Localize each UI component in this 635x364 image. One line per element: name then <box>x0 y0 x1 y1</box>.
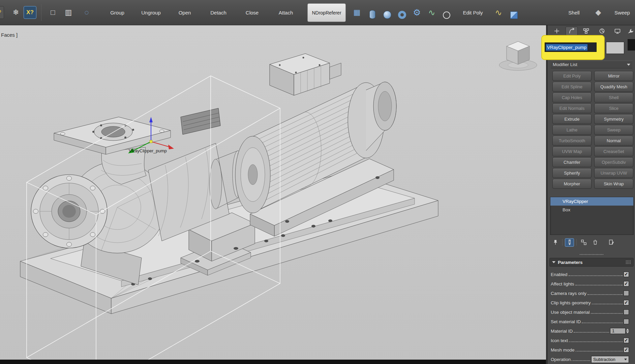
cube-icon[interactable] <box>508 9 520 22</box>
object-name-value: VRayClipper_pump <box>546 44 587 51</box>
cylinder-icon[interactable] <box>366 8 379 21</box>
modifier-button-shell[interactable]: Shell <box>594 93 633 102</box>
modifier-list-dropdown[interactable]: Modifier List <box>551 61 632 68</box>
modifier-button-chamfer[interactable]: Chamfer <box>552 157 592 167</box>
snowflake-icon[interactable]: ❄ <box>9 6 22 19</box>
modifier-button-cap-holes[interactable]: Cap Holes <box>552 93 592 102</box>
toolbar-button-attach[interactable]: Attach <box>269 10 303 16</box>
object-label-text: VRayClipper_pump <box>129 148 167 153</box>
paint-select-icon[interactable]: ◌ <box>80 6 93 19</box>
viewport-bottom-bar <box>0 360 546 364</box>
show-end-result-icon[interactable] <box>565 238 574 247</box>
checkbox-set-material-id[interactable] <box>624 319 629 324</box>
toolbar-button-close[interactable]: Close <box>235 10 269 16</box>
checkbox-icon-text[interactable]: ✓ <box>624 338 629 343</box>
modifier-button-skin-wrap[interactable]: Skin Wrap <box>594 179 633 189</box>
param-label-set-material-id: Set material ID <box>551 319 581 324</box>
sphere-icon[interactable] <box>381 8 394 21</box>
x-question-button[interactable]: X? <box>24 6 36 19</box>
param-label-material-id: Material ID <box>551 329 573 334</box>
circle-icon[interactable] <box>440 9 453 22</box>
modifier-button-sweep[interactable]: Sweep <box>594 125 633 135</box>
spinner-arrows-icon[interactable] <box>626 329 629 333</box>
modifier-list-label: Modifier List <box>553 62 577 67</box>
object-color-swatch[interactable] <box>606 42 624 54</box>
parameters-list: Enabled✓Affect lights✓Camera rays onlyCl… <box>551 270 634 364</box>
modifier-button-edit-normals[interactable]: Edit Normals <box>552 103 592 113</box>
sweep-button[interactable]: Sweep <box>609 0 635 25</box>
modifier-button-opensubdiv[interactable]: OpenSubdiv <box>594 157 633 167</box>
modifier-button-spherify[interactable]: Spherify <box>552 168 592 178</box>
modifier-button-unwrap-uvw[interactable]: Unwrap UVW <box>594 168 633 178</box>
drop-reference-button[interactable]: NDropReferer <box>307 3 346 22</box>
param-row-operation: OperationSubtraction <box>551 355 634 364</box>
modifier-button-uvw-map[interactable]: UVW Map <box>552 147 592 156</box>
modifier-button-edit-spline[interactable]: Edit Spline <box>552 82 592 92</box>
configure-modifier-sets-icon[interactable] <box>607 238 616 247</box>
param-row-camera-rays-only: Camera rays only <box>551 289 634 298</box>
modifier-button-turbosmooth[interactable]: TurboSmooth <box>552 136 592 146</box>
parameters-rollout-header[interactable]: Parameters <box>549 258 634 267</box>
remove-modifier-icon[interactable] <box>591 238 600 247</box>
stack-item-box[interactable]: Box <box>550 206 633 214</box>
utilities-tab[interactable] <box>624 27 635 35</box>
dotted-leader <box>592 304 623 304</box>
object-name-input[interactable]: VRayClipper_pump <box>545 42 597 52</box>
toolbar-button-detach[interactable]: Detach <box>202 10 235 16</box>
checkbox-enabled[interactable]: ✓ <box>624 272 629 277</box>
checkbox-affect-lights[interactable]: ✓ <box>624 281 629 286</box>
dropdown-operation[interactable]: Subtraction <box>591 356 629 363</box>
spinner-value: 1 <box>610 328 626 334</box>
create-tab[interactable] <box>551 27 563 35</box>
param-row-enabled: Enabled✓ <box>551 270 634 279</box>
modifier-button-slice[interactable]: Slice <box>594 103 633 113</box>
grid-array-icon[interactable]: ▦ <box>351 6 363 19</box>
motion-tab[interactable] <box>596 27 608 35</box>
diamond-icon[interactable]: ◆ <box>592 6 605 19</box>
make-unique-icon[interactable] <box>579 238 588 247</box>
spline-icon[interactable]: ∿ <box>425 6 438 19</box>
checkbox-clip-lights-geometry[interactable]: ✓ <box>624 300 629 305</box>
toolbar-button-open[interactable]: Open <box>168 10 202 16</box>
splitter-grip-icon <box>579 254 604 255</box>
toolbar-button-group[interactable]: Group <box>100 10 134 16</box>
shell-button[interactable]: Shell <box>562 0 586 25</box>
modifier-button-morpher[interactable]: Morpher <box>552 179 592 189</box>
modifier-button-extrude[interactable]: Extrude <box>552 114 592 124</box>
gear-icon[interactable]: ⚙ <box>411 6 423 19</box>
hierarchy-tab[interactable] <box>580 27 592 35</box>
modifier-button-mirror[interactable]: Mirror <box>594 71 633 81</box>
display-tab[interactable] <box>611 27 624 35</box>
clipped-icon[interactable]: ? <box>0 6 4 19</box>
modifier-button-normal[interactable]: Normal <box>594 136 633 146</box>
modifier-button-symmetry[interactable]: Symmetry <box>594 114 633 124</box>
checkbox-camera-rays-only[interactable] <box>624 291 629 296</box>
modifier-button-edit-poly[interactable]: Edit Poly <box>552 71 592 81</box>
modifier-button-quadify-mesh[interactable]: Quadify Mesh <box>594 82 633 92</box>
modifier-button-lathe[interactable]: Lathe <box>552 125 592 135</box>
toolbar-button-ungroup[interactable]: Ungroup <box>134 10 168 16</box>
spinner-field-material-id[interactable]: 1 <box>610 328 629 334</box>
torus-icon[interactable] <box>396 8 409 21</box>
param-row-mesh-mode: Mesh mode✓ <box>551 345 634 355</box>
pin-stack-icon[interactable] <box>551 238 560 247</box>
modifier-button-creaseset[interactable]: CreaseSet <box>594 147 633 156</box>
checkbox-use-object-material[interactable] <box>624 309 629 315</box>
modifier-buttons-grid: Edit PolyMirrorEdit SplineQuadify MeshCa… <box>552 71 633 189</box>
viewport-3d[interactable]: Faces ] <box>0 25 546 364</box>
viewport-canvas[interactable]: VRayClipper_pump <box>0 25 546 364</box>
curve-icon[interactable]: ∿ <box>492 6 505 19</box>
viewport-corner-label[interactable]: Faces ] <box>1 32 18 38</box>
modify-tab[interactable] <box>566 27 578 35</box>
marquee-select-icon[interactable]: □ <box>47 6 59 19</box>
dotted-leader <box>582 323 623 323</box>
param-row-affect-lights: Affect lights✓ <box>551 279 634 289</box>
fence-select-icon[interactable]: ▥ <box>62 6 75 19</box>
command-panel: Modifier List Edit PolyMirrorEdit Spline… <box>547 25 635 364</box>
stack-item-vrayclipper[interactable]: VRayClipper <box>550 197 633 206</box>
param-row-material-id: Material ID1 <box>551 326 634 336</box>
rollout-splitter[interactable] <box>547 253 635 256</box>
param-label-icon-text: Icon text <box>551 338 568 343</box>
checkbox-mesh-mode[interactable]: ✓ <box>624 347 629 353</box>
edit-poly-button[interactable]: Edit Poly <box>458 0 488 25</box>
